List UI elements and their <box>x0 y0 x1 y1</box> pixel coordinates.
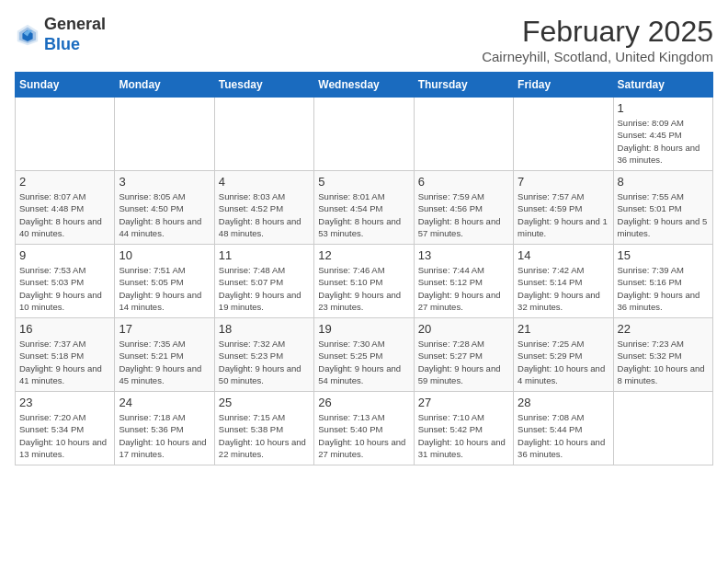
day-number: 17 <box>119 322 210 336</box>
day-info: Sunrise: 7:10 AM Sunset: 5:42 PM Dayligh… <box>418 411 509 460</box>
day-info: Sunrise: 7:59 AM Sunset: 4:56 PM Dayligh… <box>418 190 509 239</box>
day-info: Sunrise: 7:13 AM Sunset: 5:40 PM Dayligh… <box>318 411 409 460</box>
day-info: Sunrise: 7:44 AM Sunset: 5:12 PM Dayligh… <box>418 264 509 313</box>
day-info: Sunrise: 7:20 AM Sunset: 5:34 PM Dayligh… <box>19 411 110 460</box>
day-number: 3 <box>119 175 210 189</box>
header: General Blue February 2025 Cairneyhill, … <box>15 15 713 64</box>
weekday-header-saturday: Saturday <box>613 73 712 98</box>
calendar-cell: 7Sunrise: 7:57 AM Sunset: 4:59 PM Daylig… <box>514 171 613 245</box>
day-info: Sunrise: 7:37 AM Sunset: 5:18 PM Dayligh… <box>19 338 110 386</box>
calendar-cell: 24Sunrise: 7:18 AM Sunset: 5:36 PM Dayli… <box>115 392 214 465</box>
calendar-cell: 22Sunrise: 7:23 AM Sunset: 5:32 PM Dayli… <box>613 318 712 392</box>
day-info: Sunrise: 8:09 AM Sunset: 4:45 PM Dayligh… <box>618 117 709 166</box>
calendar-cell: 23Sunrise: 7:20 AM Sunset: 5:34 PM Dayli… <box>16 392 115 465</box>
calendar-cell <box>115 98 214 171</box>
day-number: 4 <box>219 175 310 189</box>
day-info: Sunrise: 7:23 AM Sunset: 5:32 PM Dayligh… <box>618 338 709 386</box>
calendar-cell: 17Sunrise: 7:35 AM Sunset: 5:21 PM Dayli… <box>115 318 214 392</box>
day-number: 18 <box>219 322 310 336</box>
subtitle: Cairneyhill, Scotland, United Kingdom <box>482 49 713 64</box>
day-number: 9 <box>19 248 110 262</box>
calendar-cell: 12Sunrise: 7:46 AM Sunset: 5:10 PM Dayli… <box>314 245 414 318</box>
calendar-cell: 6Sunrise: 7:59 AM Sunset: 4:56 PM Daylig… <box>414 171 513 245</box>
day-info: Sunrise: 7:18 AM Sunset: 5:36 PM Dayligh… <box>119 411 210 460</box>
weekday-header-row: SundayMondayTuesdayWednesdayThursdayFrid… <box>16 73 713 98</box>
day-info: Sunrise: 8:07 AM Sunset: 4:48 PM Dayligh… <box>19 190 110 239</box>
calendar-week-5: 23Sunrise: 7:20 AM Sunset: 5:34 PM Dayli… <box>16 392 713 465</box>
day-info: Sunrise: 7:55 AM Sunset: 5:01 PM Dayligh… <box>618 190 709 239</box>
calendar-cell: 19Sunrise: 7:30 AM Sunset: 5:25 PM Dayli… <box>314 318 414 392</box>
calendar-cell: 20Sunrise: 7:28 AM Sunset: 5:27 PM Dayli… <box>414 318 513 392</box>
calendar-cell: 11Sunrise: 7:48 AM Sunset: 5:07 PM Dayli… <box>214 245 313 318</box>
day-info: Sunrise: 7:28 AM Sunset: 5:27 PM Dayligh… <box>418 338 509 386</box>
day-number: 14 <box>518 248 609 262</box>
weekday-header-monday: Monday <box>115 73 214 98</box>
calendar-cell <box>214 98 313 171</box>
day-number: 2 <box>19 175 110 189</box>
title-area: February 2025 Cairneyhill, Scotland, Uni… <box>482 15 713 64</box>
day-info: Sunrise: 7:32 AM Sunset: 5:23 PM Dayligh… <box>219 338 310 386</box>
day-number: 19 <box>318 322 409 336</box>
calendar-week-3: 9Sunrise: 7:53 AM Sunset: 5:03 PM Daylig… <box>16 245 713 318</box>
calendar-cell: 27Sunrise: 7:10 AM Sunset: 5:42 PM Dayli… <box>414 392 513 465</box>
day-number: 16 <box>19 322 110 336</box>
calendar-cell: 4Sunrise: 8:03 AM Sunset: 4:52 PM Daylig… <box>214 171 313 245</box>
calendar-table: SundayMondayTuesdayWednesdayThursdayFrid… <box>15 72 713 465</box>
calendar-cell: 10Sunrise: 7:51 AM Sunset: 5:05 PM Dayli… <box>115 245 214 318</box>
day-info: Sunrise: 7:39 AM Sunset: 5:16 PM Dayligh… <box>618 264 709 313</box>
day-number: 20 <box>418 322 509 336</box>
calendar-cell: 9Sunrise: 7:53 AM Sunset: 5:03 PM Daylig… <box>16 245 115 318</box>
day-info: Sunrise: 7:15 AM Sunset: 5:38 PM Dayligh… <box>219 411 310 460</box>
day-number: 28 <box>518 396 609 409</box>
day-number: 8 <box>618 175 709 189</box>
day-number: 27 <box>418 396 509 409</box>
day-info: Sunrise: 7:42 AM Sunset: 5:14 PM Dayligh… <box>518 264 609 313</box>
weekday-header-wednesday: Wednesday <box>314 73 414 98</box>
day-number: 15 <box>618 248 709 262</box>
calendar-cell: 28Sunrise: 7:08 AM Sunset: 5:44 PM Dayli… <box>514 392 613 465</box>
calendar-cell: 3Sunrise: 8:05 AM Sunset: 4:50 PM Daylig… <box>115 171 214 245</box>
weekday-header-tuesday: Tuesday <box>214 73 313 98</box>
day-number: 22 <box>618 322 709 336</box>
day-info: Sunrise: 7:08 AM Sunset: 5:44 PM Dayligh… <box>518 411 609 460</box>
calendar-week-4: 16Sunrise: 7:37 AM Sunset: 5:18 PM Dayli… <box>16 318 713 392</box>
calendar-cell: 26Sunrise: 7:13 AM Sunset: 5:40 PM Dayli… <box>314 392 414 465</box>
main-title: February 2025 <box>482 15 713 49</box>
day-info: Sunrise: 7:53 AM Sunset: 5:03 PM Dayligh… <box>19 264 110 313</box>
calendar-cell: 15Sunrise: 7:39 AM Sunset: 5:16 PM Dayli… <box>613 245 712 318</box>
logo-icon <box>15 22 40 48</box>
day-info: Sunrise: 7:48 AM Sunset: 5:07 PM Dayligh… <box>219 264 310 313</box>
day-number: 7 <box>518 175 609 189</box>
day-info: Sunrise: 7:25 AM Sunset: 5:29 PM Dayligh… <box>518 338 609 386</box>
calendar-cell <box>314 98 414 171</box>
calendar-cell: 5Sunrise: 8:01 AM Sunset: 4:54 PM Daylig… <box>314 171 414 245</box>
day-number: 5 <box>318 175 409 189</box>
day-number: 12 <box>318 248 409 262</box>
calendar-cell: 1Sunrise: 8:09 AM Sunset: 4:45 PM Daylig… <box>613 98 712 171</box>
day-number: 26 <box>318 396 409 409</box>
calendar-cell: 21Sunrise: 7:25 AM Sunset: 5:29 PM Dayli… <box>514 318 613 392</box>
calendar-cell: 16Sunrise: 7:37 AM Sunset: 5:18 PM Dayli… <box>16 318 115 392</box>
day-number: 23 <box>19 396 110 409</box>
calendar-cell <box>16 98 115 171</box>
day-info: Sunrise: 7:30 AM Sunset: 5:25 PM Dayligh… <box>318 338 409 386</box>
calendar-cell: 14Sunrise: 7:42 AM Sunset: 5:14 PM Dayli… <box>514 245 613 318</box>
day-number: 21 <box>518 322 609 336</box>
calendar-cell: 2Sunrise: 8:07 AM Sunset: 4:48 PM Daylig… <box>16 171 115 245</box>
weekday-header-sunday: Sunday <box>16 73 115 98</box>
logo: General Blue <box>15 15 106 54</box>
day-info: Sunrise: 8:03 AM Sunset: 4:52 PM Dayligh… <box>219 190 310 239</box>
calendar-cell: 13Sunrise: 7:44 AM Sunset: 5:12 PM Dayli… <box>414 245 513 318</box>
day-info: Sunrise: 7:35 AM Sunset: 5:21 PM Dayligh… <box>119 338 210 386</box>
day-number: 11 <box>219 248 310 262</box>
day-number: 1 <box>618 101 709 115</box>
day-info: Sunrise: 8:01 AM Sunset: 4:54 PM Dayligh… <box>318 190 409 239</box>
calendar-cell <box>613 392 712 465</box>
day-number: 24 <box>119 396 210 409</box>
day-number: 6 <box>418 175 509 189</box>
day-number: 25 <box>219 396 310 409</box>
calendar-week-2: 2Sunrise: 8:07 AM Sunset: 4:48 PM Daylig… <box>16 171 713 245</box>
weekday-header-friday: Friday <box>514 73 613 98</box>
day-info: Sunrise: 7:46 AM Sunset: 5:10 PM Dayligh… <box>318 264 409 313</box>
day-info: Sunrise: 8:05 AM Sunset: 4:50 PM Dayligh… <box>119 190 210 239</box>
